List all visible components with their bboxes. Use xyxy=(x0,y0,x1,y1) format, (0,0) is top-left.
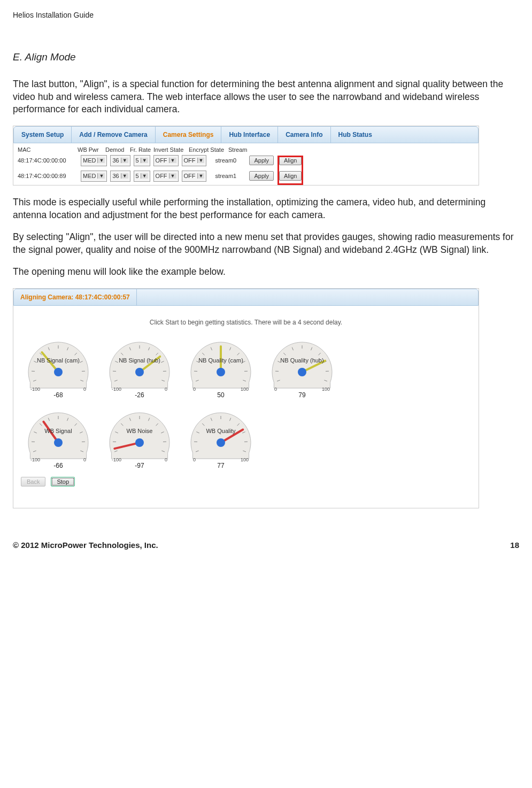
svg-point-64 xyxy=(54,438,63,447)
col-stream: Stream xyxy=(228,146,247,153)
paragraph: The opening menu will look like the exam… xyxy=(13,266,519,279)
invert-select[interactable]: OFF▼ xyxy=(153,155,179,166)
gauge: NB Quality (cam)010050 xyxy=(183,335,258,399)
gauge: WB Signal-1000-66 xyxy=(21,405,96,469)
align-button[interactable]: Align xyxy=(279,156,302,165)
back-button[interactable]: Back xyxy=(21,477,45,486)
col-mac: MAC xyxy=(18,146,78,153)
demod-select[interactable]: 36▼ xyxy=(110,155,130,166)
chevron-down-icon: ▼ xyxy=(97,173,105,179)
svg-point-12 xyxy=(54,368,63,376)
chevron-down-icon: ▼ xyxy=(197,173,205,179)
align-button[interactable]: Align xyxy=(279,171,302,181)
button-row: Back Stop xyxy=(13,469,479,486)
wbpwr-select[interactable]: MED▼ xyxy=(81,171,107,182)
chevron-down-icon: ▼ xyxy=(97,158,105,163)
apply-button[interactable]: Apply xyxy=(249,171,274,181)
gauge: NB Signal (hub)-1000-26 xyxy=(102,335,177,399)
svg-point-77 xyxy=(135,438,144,447)
tab-hub-interface[interactable]: Hub Interface xyxy=(221,127,278,143)
stop-button[interactable]: Stop xyxy=(51,477,75,486)
gauge: WB Quality010077 xyxy=(183,405,258,469)
col-invert: Invert State xyxy=(153,146,189,153)
tab-hub-status[interactable]: Hub Status xyxy=(331,127,380,143)
gauge-value: 77 xyxy=(183,462,258,469)
chevron-down-icon: ▼ xyxy=(141,173,148,179)
footer-copyright: © 2012 MicroPower Technologies, Inc. xyxy=(13,540,158,550)
gauges-grid: NB Signal (cam)-1000-68NB Signal (hub)-1… xyxy=(13,335,371,469)
hint-text: Click Start to begin getting statistics.… xyxy=(13,319,479,326)
chevron-down-icon: ▼ xyxy=(197,158,205,163)
paragraph: This mode is especially useful while per… xyxy=(13,196,519,221)
stream-cell: stream1 xyxy=(210,173,246,179)
wbpwr-select[interactable]: MED▼ xyxy=(81,155,107,166)
svg-point-25 xyxy=(135,368,144,376)
camera-settings-screenshot: System Setup Add / Remove Camera Camera … xyxy=(13,126,479,186)
gauge-title: WB Quality xyxy=(183,428,258,434)
column-headers: MAC WB Pwr Demod Fr. Rate Invert State E… xyxy=(13,143,479,154)
tab-system-setup[interactable]: System Setup xyxy=(14,127,72,143)
gauge-value: -97 xyxy=(102,462,177,469)
gauge: NB Quality (hub)010079 xyxy=(265,335,340,399)
gauge-title: WB Noise xyxy=(102,428,177,434)
mac-cell: 48:17:4C:00:00:00 xyxy=(18,157,78,164)
col-wbpwr: WB Pwr xyxy=(78,146,105,153)
table-row: 48:17:4C:00:00:00MED▼36▼5▼OFF▼OFF▼stream… xyxy=(13,154,479,169)
tab-bar: System Setup Add / Remove Camera Camera … xyxy=(13,126,479,143)
svg-point-51 xyxy=(298,368,306,376)
svg-point-38 xyxy=(217,368,225,376)
tab-camera-info[interactable]: Camera Info xyxy=(278,127,330,143)
chevron-down-icon: ▼ xyxy=(141,158,148,163)
gauge-value: -68 xyxy=(21,391,96,399)
encrypt-select[interactable]: OFF▼ xyxy=(182,155,207,166)
tab-add-remove-camera[interactable]: Add / Remove Camera xyxy=(72,127,155,143)
mac-cell: 48:17:4C:00:00:89 xyxy=(18,173,78,179)
apply-button[interactable]: Apply xyxy=(249,156,274,165)
gauge: NB Signal (cam)-1000-68 xyxy=(21,335,96,399)
gauge: WB Noise-1000-97 xyxy=(102,405,177,469)
chevron-down-icon: ▼ xyxy=(169,158,176,163)
gauge-title: NB Signal (hub) xyxy=(102,357,177,364)
frate-select[interactable]: 5▼ xyxy=(134,171,150,182)
gauge-value: 50 xyxy=(183,391,258,399)
frate-select[interactable]: 5▼ xyxy=(134,155,150,166)
align-gauges-screenshot: Aligning Camera: 48:17:4C:00:00:57 Click… xyxy=(13,288,479,508)
col-encrypt: Encrypt State xyxy=(189,146,228,153)
footer-page-number: 18 xyxy=(510,540,519,550)
encrypt-select[interactable]: OFF▼ xyxy=(182,171,207,182)
gauge-title: NB Signal (cam) xyxy=(21,357,96,364)
gauge-title: NB Quality (cam) xyxy=(183,357,258,364)
col-fr: Fr. Rate xyxy=(130,146,153,153)
align-tab-bar: Aligning Camera: 48:17:4C:00:00:57 xyxy=(13,289,479,306)
gauge-value: -26 xyxy=(102,391,177,399)
gauge-value: 79 xyxy=(265,391,340,399)
section-title: E. Align Mode xyxy=(13,51,519,63)
gauge-title: NB Quality (hub) xyxy=(265,357,340,364)
invert-select[interactable]: OFF▼ xyxy=(153,171,179,182)
align-highlight-box: Align xyxy=(279,156,302,165)
aligning-camera-tab[interactable]: Aligning Camera: 48:17:4C:00:00:57 xyxy=(14,289,137,305)
tab-camera-settings[interactable]: Camera Settings xyxy=(156,127,222,143)
paragraph: The last button, "Align", is a special f… xyxy=(13,78,519,116)
gauge-value: -66 xyxy=(21,462,96,469)
chevron-down-icon: ▼ xyxy=(169,173,176,179)
table-row: 48:17:4C:00:00:89MED▼36▼5▼OFF▼OFF▼stream… xyxy=(13,169,479,185)
paragraph: By selecting "Align", the user will be d… xyxy=(13,231,519,256)
demod-select[interactable]: 36▼ xyxy=(110,171,130,182)
stream-cell: stream0 xyxy=(210,157,246,164)
chevron-down-icon: ▼ xyxy=(121,158,128,163)
gauge-title: WB Signal xyxy=(21,428,96,434)
svg-point-90 xyxy=(217,438,225,447)
col-demod: Demod xyxy=(105,146,130,153)
chevron-down-icon: ▼ xyxy=(121,173,128,179)
doc-header: Helios Installation Guide xyxy=(13,11,519,19)
